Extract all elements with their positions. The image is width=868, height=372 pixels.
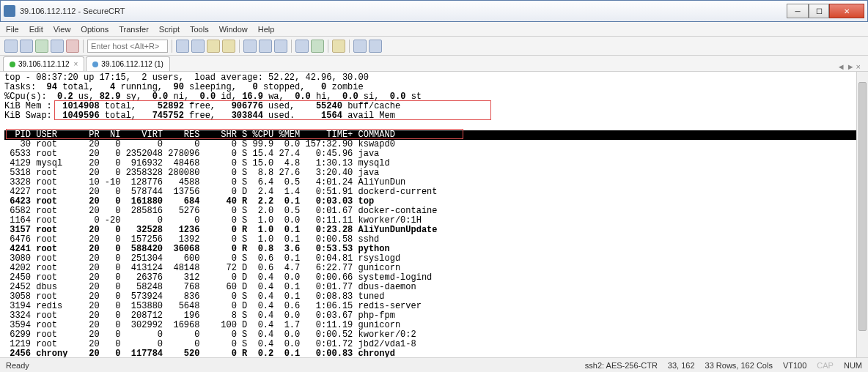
toolbar-icon[interactable] — [222, 40, 235, 53]
terminal-output[interactable]: top - 08:37:20 up 17:15, 2 users, load a… — [0, 72, 868, 357]
toolbar-icon[interactable] — [332, 40, 345, 53]
host-input[interactable] — [87, 40, 168, 53]
status-dot-icon — [92, 62, 98, 67]
menu-view[interactable]: View — [54, 25, 71, 34]
toolbar-separator — [291, 40, 292, 53]
status-ready: Ready — [6, 361, 29, 370]
highlight-box — [54, 100, 491, 120]
toolbar-icon[interactable] — [66, 40, 79, 53]
minimize-button[interactable]: ─ — [787, 4, 809, 18]
session-tab[interactable]: 39.106.112.112 × — [3, 56, 84, 71]
menu-edit[interactable]: Edit — [29, 25, 43, 34]
toolbar-icon[interactable] — [207, 40, 220, 53]
toolbar-icon[interactable] — [20, 40, 33, 53]
menu-tools[interactable]: Tools — [190, 25, 209, 34]
scroll-thumb[interactable] — [858, 82, 867, 331]
status-term: VT100 — [783, 361, 806, 370]
toolbar — [0, 37, 868, 56]
toolbar-icon[interactable] — [295, 40, 309, 53]
toolbar-separator — [83, 40, 84, 53]
tab-strip: 39.106.112.112 × 39.106.112.112 (1) ◄ ► … — [0, 56, 868, 72]
menu-help[interactable]: Help — [258, 25, 275, 34]
status-dot-icon — [10, 62, 15, 67]
status-cap: CAP — [817, 361, 834, 370]
window-buttons: ─ ☐ ✕ — [787, 4, 864, 18]
window-titlebar: 39.106.112.112 - SecureCRT ─ ☐ ✕ — [0, 0, 868, 22]
menu-window[interactable]: Window — [219, 25, 248, 34]
menu-file[interactable]: File — [6, 25, 19, 34]
toolbar-icon[interactable] — [176, 40, 189, 53]
close-tab-icon[interactable]: × — [74, 60, 78, 68]
toolbar-icon[interactable] — [353, 40, 367, 53]
window-title: 39.106.112.112 - SecureCRT — [20, 7, 787, 15]
tab-prev-icon[interactable]: ◄ — [837, 62, 845, 71]
toolbar-separator — [172, 40, 172, 53]
status-ssh: ssh2: AES-256-CTR — [585, 361, 658, 370]
toolbar-icon[interactable] — [4, 40, 18, 53]
toolbar-icon[interactable] — [51, 40, 64, 53]
toolbar-icon[interactable] — [311, 40, 324, 53]
menu-script[interactable]: Script — [159, 25, 180, 34]
toolbar-icon[interactable] — [191, 40, 205, 53]
scrollbar[interactable] — [856, 72, 868, 357]
toolbar-icon[interactable] — [274, 40, 287, 53]
toolbar-separator — [239, 40, 240, 53]
status-bar: Ready ssh2: AES-256-CTR 33, 162 33 Rows,… — [0, 357, 868, 372]
menu-options[interactable]: Options — [81, 25, 108, 34]
toolbar-icon[interactable] — [243, 40, 257, 53]
toolbar-icon[interactable] — [369, 40, 382, 53]
session-tab[interactable]: 39.106.112.112 (1) — [86, 56, 170, 71]
status-num: NUM — [844, 361, 862, 370]
close-button[interactable]: ✕ — [829, 4, 864, 18]
status-cursor-pos: 33, 162 — [668, 361, 695, 370]
menu-bar: File Edit View Options Transfer Script T… — [0, 22, 868, 37]
status-size: 33 Rows, 162 Cols — [705, 361, 773, 370]
tab-label: 39.106.112.112 (1) — [101, 60, 163, 68]
toolbar-icon[interactable] — [35, 40, 48, 53]
toolbar-separator — [349, 40, 350, 53]
menu-transfer[interactable]: Transfer — [119, 25, 149, 34]
tab-nav: ◄ ► × — [837, 62, 865, 71]
toolbar-icon[interactable] — [259, 40, 272, 53]
maximize-button[interactable]: ☐ — [809, 4, 829, 18]
app-icon — [4, 5, 15, 17]
toolbar-separator — [328, 40, 328, 53]
tab-close-icon[interactable]: × — [856, 62, 861, 71]
tab-next-icon[interactable]: ► — [847, 62, 855, 71]
tab-label: 39.106.112.112 — [18, 60, 70, 68]
